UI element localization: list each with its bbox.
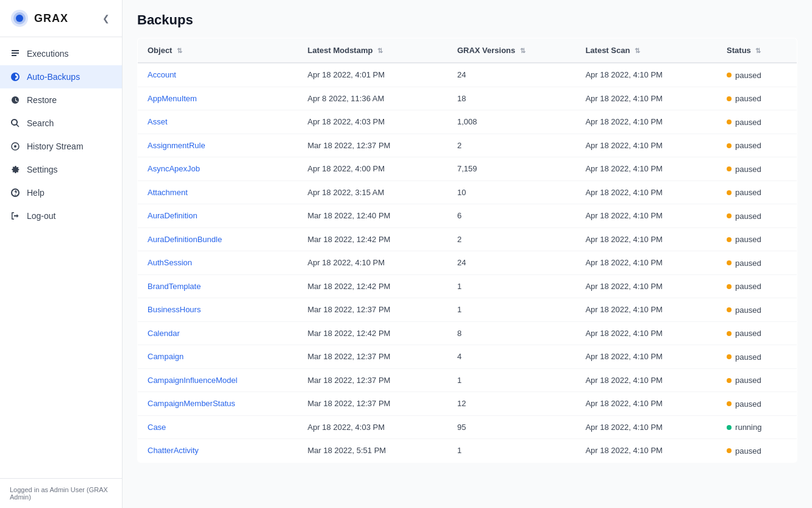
cell-object: AuraDefinitionBundle [138, 227, 298, 251]
table-body: AccountApr 18 2022, 4:01 PM24Apr 18 2022… [138, 63, 797, 462]
column-header-status[interactable]: Status ⇅ [717, 38, 797, 63]
object-link[interactable]: Asset [148, 117, 168, 126]
object-link[interactable]: ChatterActivity [148, 446, 199, 455]
table-row: CaseApr 18 2022, 4:03 PM95Apr 18 2022, 4… [138, 415, 797, 439]
object-link[interactable]: AsyncApexJob [148, 164, 200, 173]
column-header-latest-scan[interactable]: Latest Scan ⇅ [575, 38, 717, 63]
cell-object: Attachment [138, 181, 298, 204]
status-filter-icon[interactable]: ⇅ [755, 47, 761, 55]
object-link[interactable]: BrandTemplate [148, 282, 201, 291]
object-link[interactable]: Attachment [148, 188, 188, 197]
column-header-object[interactable]: Object ⇅ [138, 38, 298, 63]
table-header: Object ⇅ Latest Modstamp ⇅ GRAX Versions… [138, 38, 797, 63]
cell-latest-scan: Apr 18 2022, 4:10 PM [575, 157, 717, 181]
executions-icon [10, 48, 21, 59]
status-dot [727, 190, 732, 195]
status-badge: paused [727, 376, 761, 385]
cell-object: AsyncApexJob [138, 157, 298, 181]
cell-latest-scan: Apr 18 2022, 4:10 PM [575, 227, 717, 251]
cell-status: paused [717, 345, 797, 369]
sidebar-item-settings[interactable]: Settings [0, 158, 122, 181]
status-text: paused [735, 71, 761, 80]
cell-latest-modstamp: Mar 18 2022, 12:42 PM [298, 227, 447, 251]
cell-object: Campaign [138, 345, 298, 369]
object-link[interactable]: Calendar [148, 329, 180, 338]
object-link[interactable]: CampaignInfluenceModel [148, 376, 237, 385]
help-icon [10, 187, 21, 198]
object-link[interactable]: BusinessHours [148, 305, 201, 314]
cell-latest-scan: Apr 18 2022, 4:10 PM [575, 392, 717, 416]
object-link[interactable]: Case [148, 423, 166, 432]
history-stream-icon [10, 141, 21, 152]
svg-point-2 [16, 15, 23, 22]
cell-latest-scan: Apr 18 2022, 4:10 PM [575, 63, 717, 87]
logo-area: GRAX ❮ [0, 0, 122, 37]
settings-icon [10, 164, 21, 175]
status-dot [727, 284, 732, 289]
status-dot [727, 331, 732, 336]
cell-object: Case [138, 415, 298, 439]
search-icon [10, 118, 21, 129]
cell-latest-scan: Apr 18 2022, 4:10 PM [575, 345, 717, 369]
table-row: CampaignMemberStatusMar 18 2022, 12:37 P… [138, 392, 797, 416]
cell-grax-versions: 1 [447, 439, 576, 463]
cell-latest-modstamp: Apr 18 2022, 4:00 PM [298, 157, 447, 181]
status-text: paused [735, 306, 761, 315]
sidebar-item-search[interactable]: Search [0, 112, 122, 135]
table-row: AppMenuItemApr 8 2022, 11:36 AM18Apr 18 … [138, 87, 797, 110]
sidebar-item-executions[interactable]: Executions [0, 42, 122, 65]
status-dot [727, 143, 732, 148]
object-link[interactable]: Campaign [148, 352, 183, 361]
status-dot [727, 448, 732, 453]
status-dot [727, 166, 732, 171]
grax-versions-filter-icon[interactable]: ⇅ [520, 47, 525, 55]
sidebar-item-logout[interactable]: Log-out [0, 204, 122, 227]
latest-scan-filter-icon[interactable]: ⇅ [635, 47, 640, 55]
cell-object: AppMenuItem [138, 87, 298, 110]
cell-status: paused [717, 157, 797, 181]
object-link[interactable]: AuraDefinition [148, 211, 198, 220]
cell-object: BusinessHours [138, 298, 298, 322]
cell-latest-scan: Apr 18 2022, 4:10 PM [575, 274, 717, 298]
sidebar-item-auto-backups[interactable]: Auto-Backups [0, 65, 122, 88]
page-title: Backups [137, 12, 797, 28]
cell-grax-versions: 1 [447, 298, 576, 322]
object-filter-icon[interactable]: ⇅ [177, 47, 182, 55]
column-header-latest-modstamp[interactable]: Latest Modstamp ⇅ [298, 38, 447, 63]
cell-grax-versions: 24 [447, 251, 576, 275]
table-row: AuraDefinitionBundleMar 18 2022, 12:42 P… [138, 227, 797, 251]
status-badge: paused [727, 118, 761, 127]
cell-grax-versions: 7,159 [447, 157, 576, 181]
object-link[interactable]: AppMenuItem [148, 94, 197, 103]
collapse-sidebar-button[interactable]: ❮ [100, 11, 112, 26]
sidebar-item-help-label: Help [27, 188, 45, 198]
sidebar-item-help[interactable]: Help [0, 181, 122, 204]
sidebar-item-executions-label: Executions [27, 49, 68, 59]
cell-object: BrandTemplate [138, 274, 298, 298]
cell-latest-scan: Apr 18 2022, 4:10 PM [575, 439, 717, 463]
status-text: paused [735, 352, 761, 362]
cell-grax-versions: 1 [447, 368, 576, 392]
status-text: paused [735, 212, 761, 221]
cell-latest-scan: Apr 18 2022, 4:10 PM [575, 321, 717, 345]
column-header-grax-versions[interactable]: GRAX Versions ⇅ [447, 38, 576, 63]
object-link[interactable]: AuraDefinitionBundle [148, 235, 222, 244]
table-row: AccountApr 18 2022, 4:01 PM24Apr 18 2022… [138, 63, 797, 87]
sidebar-item-history-stream[interactable]: History Stream [0, 135, 122, 158]
cell-status: paused [717, 368, 797, 392]
cell-latest-modstamp: Apr 18 2022, 4:01 PM [298, 63, 447, 87]
status-dot [727, 120, 732, 124]
object-link[interactable]: AuthSession [148, 258, 192, 267]
status-dot [727, 237, 732, 242]
sidebar-item-restore[interactable]: Restore [0, 88, 122, 112]
status-dot [727, 260, 732, 265]
status-badge: paused [727, 212, 761, 221]
object-link[interactable]: AssignmentRule [148, 141, 205, 150]
logout-icon [10, 210, 21, 221]
cell-grax-versions: 2 [447, 227, 576, 251]
modstamp-filter-icon[interactable]: ⇅ [377, 47, 383, 55]
table-container[interactable]: Object ⇅ Latest Modstamp ⇅ GRAX Versions… [123, 38, 812, 508]
cell-grax-versions: 24 [447, 63, 576, 87]
object-link[interactable]: CampaignMemberStatus [148, 399, 235, 408]
object-link[interactable]: Account [148, 70, 176, 79]
